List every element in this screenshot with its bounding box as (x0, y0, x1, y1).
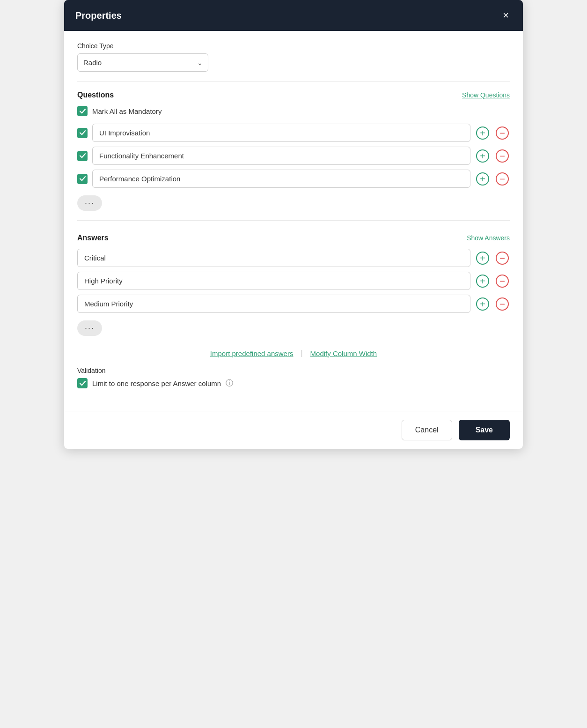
question-3-input[interactable] (92, 170, 470, 188)
link-divider: | (301, 349, 302, 357)
limit-response-label: Limit to one response per Answer column (92, 379, 221, 387)
divider-1 (77, 81, 510, 82)
question-3-checkbox[interactable] (77, 174, 88, 184)
modal-footer: Cancel Save (64, 411, 523, 449)
remove-answer-1-button[interactable]: − (495, 251, 510, 266)
question-1-checkbox[interactable] (77, 128, 88, 138)
close-button[interactable]: × (500, 9, 512, 22)
modal-title: Properties (75, 10, 122, 21)
answers-more-button[interactable]: ··· (77, 320, 102, 336)
minus-icon: − (496, 275, 509, 288)
limit-response-row: Limit to one response per Answer column … (77, 378, 510, 388)
modal-body: Choice Type Radio Checkbox Dropdown ⌄ Qu… (64, 31, 523, 411)
add-question-2-button[interactable]: + (475, 149, 490, 163)
plus-icon: + (476, 252, 489, 265)
mark-all-checkbox[interactable] (77, 106, 88, 116)
add-question-3-button[interactable]: + (475, 171, 490, 186)
info-icon: ⓘ (226, 379, 233, 388)
choice-type-field: Choice Type Radio Checkbox Dropdown ⌄ (77, 42, 510, 72)
minus-icon: − (496, 149, 509, 163)
answers-title: Answers (77, 234, 109, 242)
question-2-checkbox[interactable] (77, 151, 88, 161)
minus-icon: − (496, 297, 509, 311)
add-answer-2-button[interactable]: + (475, 274, 490, 289)
question-1-input[interactable] (92, 124, 470, 142)
question-row: + − (77, 170, 510, 188)
add-answer-3-button[interactable]: + (475, 297, 490, 312)
save-button[interactable]: Save (459, 420, 510, 440)
checkmark-icon (80, 153, 86, 159)
minus-icon: − (496, 172, 509, 186)
plus-icon: + (476, 297, 489, 311)
plus-icon: + (476, 275, 489, 288)
answers-section: Answers Show Answers + − + (77, 234, 510, 336)
validation-title: Validation (77, 367, 510, 374)
answer-2-input[interactable] (77, 272, 470, 290)
question-2-input[interactable] (92, 147, 470, 165)
questions-section: Questions Show Questions Mark All as Man… (77, 91, 510, 211)
divider-2 (77, 220, 510, 221)
plus-icon: + (476, 126, 489, 140)
answer-row: + − (77, 295, 510, 313)
checkmark-icon (80, 130, 86, 136)
modal-header: Properties × (64, 0, 523, 31)
properties-modal: Properties × Choice Type Radio Checkbox … (64, 0, 523, 449)
show-questions-button[interactable]: Show Questions (462, 91, 510, 99)
answers-section-header: Answers Show Answers (77, 234, 510, 242)
questions-title: Questions (77, 91, 114, 99)
minus-icon: − (496, 252, 509, 265)
remove-question-1-button[interactable]: − (495, 126, 510, 141)
limit-response-checkbox[interactable] (77, 378, 88, 388)
questions-section-header: Questions Show Questions (77, 91, 510, 99)
plus-icon: + (476, 172, 489, 186)
show-answers-button[interactable]: Show Answers (467, 234, 510, 242)
remove-question-2-button[interactable]: − (495, 149, 510, 163)
cancel-button[interactable]: Cancel (402, 420, 452, 440)
questions-more-button[interactable]: ··· (77, 195, 102, 211)
bottom-links: Import predefined answers | Modify Colum… (77, 349, 510, 357)
add-question-1-button[interactable]: + (475, 126, 490, 141)
choice-type-wrapper: Radio Checkbox Dropdown ⌄ (77, 53, 208, 72)
answer-row: + − (77, 272, 510, 290)
plus-icon: + (476, 149, 489, 163)
checkmark-icon (80, 108, 86, 114)
remove-answer-2-button[interactable]: − (495, 274, 510, 289)
checkmark-icon (80, 380, 86, 386)
question-row: + − (77, 147, 510, 165)
question-row: + − (77, 124, 510, 142)
answer-1-input[interactable] (77, 249, 470, 267)
remove-question-3-button[interactable]: − (495, 171, 510, 186)
answer-3-input[interactable] (77, 295, 470, 313)
choice-type-select[interactable]: Radio Checkbox Dropdown (77, 53, 208, 72)
mark-all-label: Mark All as Mandatory (92, 107, 161, 115)
choice-type-label: Choice Type (77, 42, 510, 50)
add-answer-1-button[interactable]: + (475, 251, 490, 266)
validation-section: Validation Limit to one response per Ans… (77, 367, 510, 388)
import-predefined-button[interactable]: Import predefined answers (210, 349, 294, 357)
minus-icon: − (496, 126, 509, 140)
mark-all-row: Mark All as Mandatory (77, 106, 510, 116)
answer-row: + − (77, 249, 510, 267)
modify-column-width-button[interactable]: Modify Column Width (310, 349, 377, 357)
checkmark-icon (80, 176, 86, 182)
remove-answer-3-button[interactable]: − (495, 297, 510, 312)
